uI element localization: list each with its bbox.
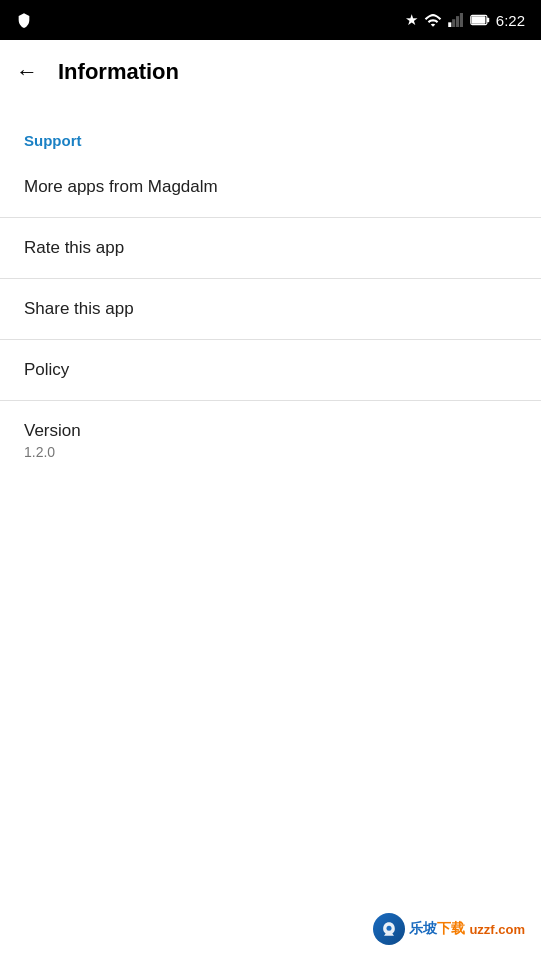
list-item-label-policy: Policy: [24, 360, 69, 380]
list-item-content-more-apps: More apps from Magdalm: [24, 177, 218, 197]
status-bar: ★ 6:22: [0, 0, 541, 40]
content-area: Support More apps from Magdalm Rate this…: [0, 104, 541, 480]
list-item-label-rate-app: Rate this app: [24, 238, 124, 258]
list-item-label-more-apps: More apps from Magdalm: [24, 177, 218, 197]
list-item-content-version: Version 1.2.0: [24, 421, 81, 460]
back-button[interactable]: ←: [16, 61, 38, 83]
list-item-content-share-app: Share this app: [24, 299, 134, 319]
toolbar: ← Information: [0, 40, 541, 104]
svg-rect-1: [452, 19, 455, 27]
list-item-content-rate-app: Rate this app: [24, 238, 124, 258]
section-label-support: Support: [24, 132, 82, 149]
list-item-label-version: Version: [24, 421, 81, 441]
svg-rect-5: [487, 18, 489, 23]
list-item-policy[interactable]: Policy: [0, 340, 541, 401]
status-icons-right: ★ 6:22: [405, 11, 525, 29]
star-icon: ★: [405, 11, 418, 29]
watermark-text: 乐坡下载: [409, 920, 465, 938]
list-item-content-policy: Policy: [24, 360, 69, 380]
svg-point-7: [387, 926, 392, 931]
section-header-support: Support: [0, 120, 541, 157]
svg-rect-0: [448, 22, 451, 27]
list-item-share-app[interactable]: Share this app: [0, 279, 541, 340]
watermark: 乐坡下载 uzzf.com: [373, 913, 525, 945]
watermark-logo: [373, 913, 405, 945]
list-item-rate-app[interactable]: Rate this app: [0, 218, 541, 279]
battery-icon: [470, 13, 490, 27]
sim-icon: [448, 13, 464, 27]
shield-icon: [16, 12, 32, 28]
list-item-sublabel-version: 1.2.0: [24, 444, 81, 460]
status-bar-left-icons: [16, 0, 32, 40]
watermark-url: uzzf.com: [469, 922, 525, 937]
svg-rect-3: [460, 13, 463, 27]
svg-rect-2: [456, 16, 459, 27]
list-item-version: Version 1.2.0: [0, 401, 541, 480]
list-item-label-share-app: Share this app: [24, 299, 134, 319]
page-title: Information: [58, 59, 179, 85]
svg-rect-6: [471, 16, 485, 24]
wifi-icon: [424, 13, 442, 27]
status-time: 6:22: [496, 12, 525, 29]
list-item-more-apps[interactable]: More apps from Magdalm: [0, 157, 541, 218]
